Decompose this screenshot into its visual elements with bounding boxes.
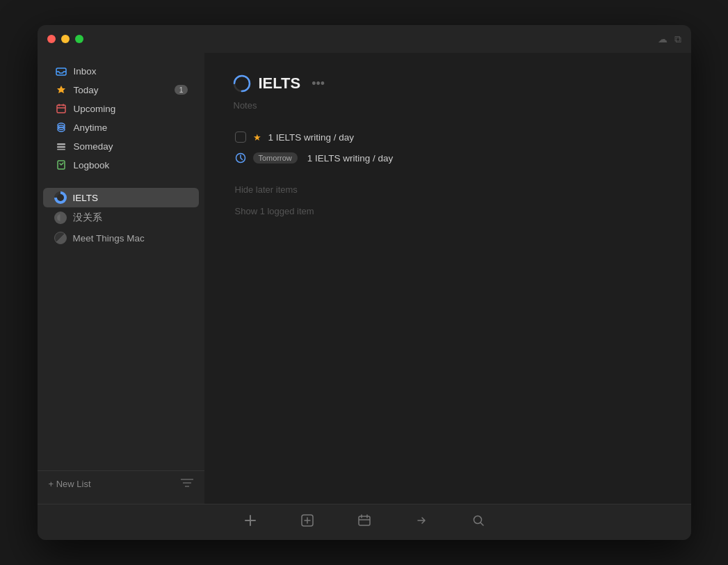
sidebar-item-today[interactable]: Today 1	[43, 81, 199, 99]
svg-rect-8	[57, 149, 65, 150]
meiguanxi-project-icon	[54, 212, 67, 224]
section-actions: Hide later items Show 1 logged item	[232, 182, 663, 219]
ielts-project-icon	[54, 191, 67, 204]
anytime-label: Anytime	[74, 122, 188, 133]
meet-things-mac-project-label: Meet Things Mac	[73, 233, 188, 244]
task-item[interactable]: Tomorrow 1 IELTS writing / day	[232, 148, 663, 168]
titlebar: ☁ ⧉	[38, 25, 691, 53]
inbox-label: Inbox	[74, 66, 188, 77]
add-project-button[interactable]	[296, 509, 318, 535]
sidebar-item-upcoming[interactable]: Upcoming	[43, 100, 199, 118]
minimize-button[interactable]	[61, 35, 70, 43]
sidebar-item-logbook[interactable]: Logbook	[43, 156, 199, 174]
scheduled-icon	[235, 152, 246, 164]
calendar-button[interactable]	[353, 509, 375, 535]
anytime-icon	[54, 122, 68, 133]
forward-button[interactable]	[410, 509, 432, 535]
more-options-button[interactable]: •••	[307, 75, 329, 93]
today-label: Today	[74, 85, 175, 95]
content-area: Inbox Today 1	[38, 53, 691, 504]
area-progress-icon	[232, 74, 252, 93]
task-star-icon: ★	[253, 132, 261, 143]
copy-icon: ⧉	[674, 33, 681, 45]
new-list-label: + New List	[49, 479, 91, 489]
sidebar-project-ielts[interactable]: IELTS	[43, 188, 199, 207]
sidebar-project-meet-things-mac[interactable]: Meet Things Mac	[43, 228, 199, 248]
upcoming-icon	[54, 103, 68, 114]
filter-icon[interactable]	[181, 478, 193, 490]
sidebar-item-someday[interactable]: Someday	[43, 137, 199, 155]
bottom-toolbar	[38, 504, 691, 540]
svg-rect-7	[57, 146, 65, 148]
today-badge: 1	[175, 85, 187, 95]
maximize-button[interactable]	[75, 35, 83, 43]
new-list-button[interactable]: + New List	[49, 479, 91, 489]
close-button[interactable]	[47, 35, 56, 43]
area-header: IELTS •••	[232, 74, 663, 93]
cloud-icon: ☁	[658, 33, 668, 45]
today-icon	[54, 84, 68, 95]
logbook-label: Logbook	[74, 160, 188, 170]
sidebar-divider	[38, 176, 204, 186]
task-text: 1 IELTS writing / day	[268, 132, 661, 143]
show-logged-button[interactable]: Show 1 logged item	[232, 203, 663, 219]
sidebar-item-inbox[interactable]: Inbox	[43, 62, 199, 80]
ielts-project-label: IELTS	[73, 193, 188, 203]
svg-rect-2	[57, 105, 65, 113]
svg-marker-1	[57, 86, 65, 93]
svg-point-15	[238, 80, 245, 87]
someday-icon	[54, 141, 68, 152]
hide-later-button[interactable]: Hide later items	[232, 182, 663, 198]
meiguanxi-project-label: 没关系	[73, 212, 188, 224]
svg-rect-22	[359, 516, 370, 525]
logbook-icon	[54, 159, 68, 170]
upcoming-label: Upcoming	[74, 104, 188, 114]
titlebar-right: ☁ ⧉	[658, 33, 681, 45]
task-checkbox[interactable]	[235, 132, 246, 143]
sidebar-item-anytime[interactable]: Anytime	[43, 118, 199, 136]
inbox-icon	[54, 65, 68, 77]
someday-label: Someday	[74, 141, 188, 152]
task-text: 1 IELTS writing / day	[307, 153, 661, 164]
projects-section: IELTS 没关系 Meet Things Mac	[38, 186, 204, 250]
task-list: ★ 1 IELTS writing / day Tomorrow 1 IELTS…	[232, 127, 663, 168]
nav-section: Inbox Today 1	[38, 60, 204, 176]
sidebar-project-meiguanxi[interactable]: 没关系	[43, 208, 199, 228]
traffic-lights	[47, 35, 83, 43]
sidebar-footer: + New List	[38, 470, 204, 497]
svg-rect-6	[57, 143, 65, 145]
svg-point-26	[474, 516, 481, 524]
sidebar: Inbox Today 1	[38, 53, 204, 504]
area-notes[interactable]: Notes	[234, 100, 663, 111]
task-tomorrow-badge: Tomorrow	[253, 152, 298, 164]
app-window: ☁ ⧉ Inbox	[38, 25, 691, 540]
area-title: IELTS	[259, 74, 301, 93]
search-button[interactable]	[467, 509, 490, 535]
add-task-button[interactable]	[239, 509, 261, 535]
task-item[interactable]: ★ 1 IELTS writing / day	[232, 127, 663, 147]
meet-things-mac-project-icon	[54, 232, 67, 244]
svg-line-27	[480, 523, 483, 526]
main-content: IELTS ••• Notes ★ 1 IELTS writing / day	[204, 53, 691, 504]
